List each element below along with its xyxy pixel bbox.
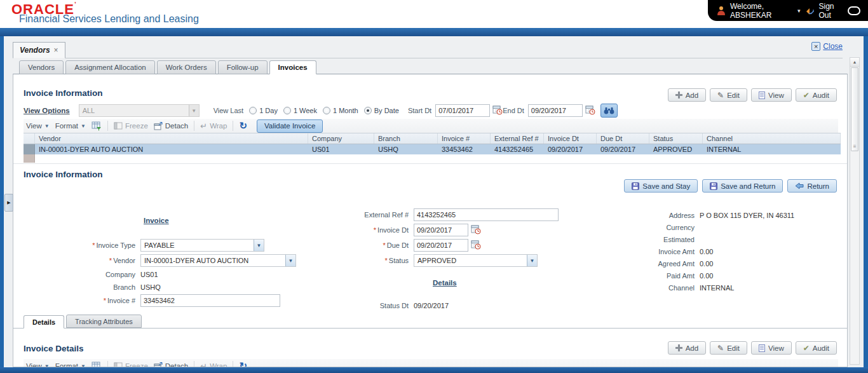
save-and-stay-button[interactable]: Save and Stay: [624, 179, 698, 193]
radio-by-date[interactable]: By Date: [364, 107, 399, 114]
invoice-dt-calendar-icon[interactable]: [471, 224, 481, 236]
document-icon: [759, 344, 765, 352]
details-view-menu[interactable]: View▼: [26, 362, 50, 367]
details-freeze-button[interactable]: Freeze: [114, 362, 148, 367]
invoice-group-heading-text: Invoice: [144, 217, 169, 224]
oracle-trademark: ʼ: [74, 1, 77, 8]
details-format-menu[interactable]: Format▼: [55, 362, 86, 367]
format-menu[interactable]: Format▼: [55, 122, 86, 130]
query-by-example-button[interactable]: [92, 121, 102, 131]
audit-button[interactable]: ✔ Audit: [796, 88, 837, 102]
close-label: Close: [823, 42, 843, 51]
column-header-invoice-dt[interactable]: Invoice Dt: [544, 133, 597, 144]
status-dropdown[interactable]: APPROVED ▼: [414, 254, 538, 267]
tab-assignment-allocation[interactable]: Assignment Allocation: [65, 60, 155, 74]
details-view-menu-label: View: [26, 362, 42, 367]
column-header-external-ref[interactable]: External Ref #: [491, 133, 544, 144]
column-header-channel[interactable]: Channel: [703, 133, 841, 144]
details-refresh-button[interactable]: ↻: [239, 360, 247, 367]
welcome-user-menu[interactable]: Welcome, ABSHEKAR: [730, 2, 793, 20]
details-detach-button[interactable]: Detach: [154, 362, 188, 368]
status-dt-value: 09/20/2017: [414, 302, 449, 309]
column-header-vendor[interactable]: Vendor: [35, 133, 308, 144]
row-selector[interactable]: [24, 144, 35, 154]
sidebar-collapse-handle[interactable]: ▶: [4, 194, 13, 212]
view-options-dropdown[interactable]: ALL ▼: [79, 104, 200, 117]
end-date-calendar-icon[interactable]: [585, 105, 595, 116]
invoice-type-dropdown[interactable]: PAYABLE ▼: [140, 239, 264, 252]
chevron-down-icon: ▾: [797, 8, 801, 14]
tab-details[interactable]: Details: [24, 315, 64, 329]
due-dt-calendar-icon[interactable]: [471, 240, 481, 251]
column-header-company[interactable]: Company: [308, 133, 374, 144]
details-query-by-example-button[interactable]: [92, 362, 102, 368]
detach-button[interactable]: Detach: [154, 122, 188, 130]
vendor-dropdown[interactable]: IN-00001-DYER AUTO AUCTION ▼: [140, 254, 296, 267]
close-button[interactable]: × Close: [811, 42, 843, 51]
search-button[interactable]: [600, 104, 618, 118]
details-wrap-button[interactable]: ↵ Wrap: [200, 362, 227, 368]
session-oval-icon[interactable]: [848, 6, 860, 15]
radio-1-week-label: 1 Week: [294, 107, 317, 114]
status-dt-label: Status Dt: [312, 302, 414, 309]
vertical-scrollbar[interactable]: ▲ ≡: [850, 57, 860, 365]
validate-invoice-button[interactable]: Validate Invoice: [257, 119, 323, 133]
start-date-calendar-icon[interactable]: [492, 105, 503, 116]
due-dt-input[interactable]: [414, 239, 468, 252]
save-and-return-button[interactable]: Save and Return: [702, 179, 783, 193]
detach-window-icon: [154, 362, 163, 368]
invoice-details-section-title: Invoice Details: [24, 344, 84, 353]
add-button[interactable]: Add: [668, 88, 706, 102]
details-audit-button[interactable]: ✔ Audit: [796, 341, 837, 355]
freeze-button[interactable]: Freeze: [114, 122, 148, 130]
refresh-button[interactable]: ↻: [239, 120, 247, 132]
cell-invoice-no: 33453462: [438, 144, 491, 154]
pencil-icon: ✎: [717, 91, 724, 100]
radio-1-month[interactable]: 1 Month: [323, 107, 358, 114]
column-header-branch[interactable]: Branch: [374, 133, 438, 144]
radio-1-day[interactable]: 1 Day: [249, 107, 278, 114]
invoice-table-row-selected[interactable]: IN-00001-DYER AUTO AUCTION US01 USHQ 334…: [24, 144, 841, 154]
invoice-table-empty-row: [24, 154, 841, 163]
chevron-down-icon: ▼: [81, 363, 86, 368]
details-wrap-label: Wrap: [210, 362, 227, 367]
sign-out-link[interactable]: Sign Out: [819, 2, 843, 20]
view-menu-label: View: [26, 122, 42, 130]
radio-1-week[interactable]: 1 Week: [283, 107, 317, 114]
details-view-button[interactable]: View: [751, 341, 792, 355]
view-button[interactable]: View: [751, 88, 792, 102]
tab-vendors[interactable]: Vendors: [19, 60, 64, 74]
column-header-status[interactable]: Status: [649, 133, 703, 144]
details-group-heading: Details: [433, 279, 457, 287]
invoice-amt-label: Invoice Amt: [636, 248, 700, 255]
column-header-invoice-no[interactable]: Invoice #: [438, 133, 491, 144]
start-date-input[interactable]: [435, 104, 490, 117]
invoice-dt-input[interactable]: [414, 224, 468, 236]
details-add-button[interactable]: Add: [668, 341, 706, 355]
view-menu[interactable]: View▼: [26, 122, 50, 130]
scrollbar-thumb[interactable]: ≡: [851, 67, 858, 151]
pencil-icon: ✎: [717, 344, 724, 353]
return-button[interactable]: Return: [787, 179, 837, 193]
toolbar-separator: [107, 361, 108, 367]
close-tab-icon[interactable]: ×: [54, 46, 58, 55]
view-options-label[interactable]: View Options: [24, 107, 70, 114]
tab-invoices[interactable]: Invoices: [269, 60, 316, 74]
end-date-input[interactable]: [528, 104, 583, 117]
tab-follow-up[interactable]: Follow-up: [218, 60, 268, 74]
column-header-due-dt[interactable]: Due Dt: [597, 133, 649, 144]
window-tab-vendors[interactable]: Vendors ×: [13, 42, 65, 58]
details-edit-button[interactable]: ✎ Edit: [710, 341, 747, 355]
binoculars-icon: [604, 107, 614, 114]
scroll-up-icon[interactable]: ▲: [850, 58, 859, 67]
vendor-label: *Vendor: [24, 257, 140, 264]
tab-tracking-attributes[interactable]: Tracking Attributes: [66, 315, 142, 328]
edit-button[interactable]: ✎ Edit: [710, 88, 747, 102]
invoice-no-input[interactable]: [140, 294, 280, 307]
wrap-label: Wrap: [210, 122, 227, 130]
external-ref-input[interactable]: [414, 208, 559, 221]
required-marker: *: [374, 226, 376, 234]
wrap-button[interactable]: ↵ Wrap: [200, 121, 227, 131]
status-value: APPROVED: [414, 257, 527, 264]
tab-work-orders[interactable]: Work Orders: [157, 60, 216, 74]
